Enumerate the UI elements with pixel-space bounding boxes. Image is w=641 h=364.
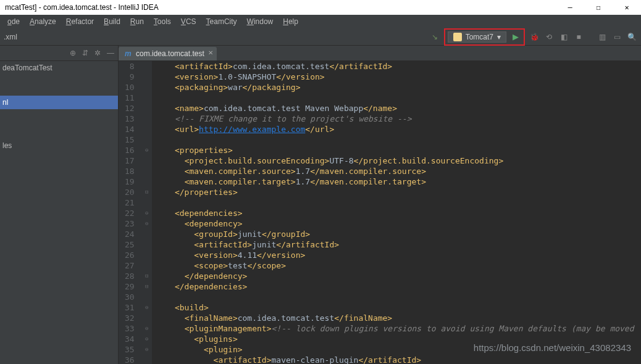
hide-icon[interactable]: —: [107, 49, 114, 57]
maven-file-icon: m: [125, 49, 132, 58]
window-title: mcatTest] - com.idea.tomcat.test - Intel…: [5, 3, 159, 12]
navbar: .xml ↘ Tomcat7 ▾ ▶ 🐞 ⟲ ◧ ■ ▥ ▭ 🔍: [0, 28, 641, 46]
code-body[interactable]: <artifactId>com.idea.tomcat.test</artifa…: [152, 61, 641, 364]
build-icon[interactable]: ↘: [429, 31, 440, 43]
run-config-label: Tomcat7: [466, 33, 493, 41]
tree-root[interactable]: deaTomcatTest: [0, 61, 118, 75]
maximize-button[interactable]: ☐: [589, 3, 608, 12]
expand-all-icon[interactable]: ⇵: [82, 49, 88, 57]
select-opened-file-icon[interactable]: ⊕: [70, 49, 76, 57]
run-config-selector[interactable]: Tomcat7 ▾: [448, 31, 506, 43]
menu-teamcity[interactable]: TeamCity: [203, 16, 241, 27]
run-config-highlight: Tomcat7 ▾ ▶: [444, 28, 525, 46]
chevron-down-icon: ▾: [497, 33, 501, 41]
project-tool-window: ⊕ ⇵ ✲ — deaTomcatTest nl les: [0, 46, 119, 364]
menu-analyze[interactable]: Analyze: [26, 16, 60, 27]
editor-tabs: m com.idea.tomcat.test ✕: [119, 46, 641, 61]
tab-label: com.idea.tomcat.test: [136, 49, 204, 58]
menubar: odeAnalyzeRefactorBuildRunToolsVCSTeamCi…: [0, 15, 641, 28]
gear-icon[interactable]: ✲: [94, 49, 101, 57]
tree-item-selected[interactable]: nl: [0, 96, 118, 109]
titlebar: mcatTest] - com.idea.tomcat.test - Intel…: [0, 0, 641, 15]
minimize-button[interactable]: —: [561, 3, 579, 12]
menu-ode[interactable]: ode: [4, 16, 23, 27]
breadcrumb[interactable]: .xml: [4, 33, 17, 41]
editor-tab[interactable]: m com.idea.tomcat.test ✕: [119, 47, 217, 60]
menu-window[interactable]: Window: [243, 16, 277, 27]
search-icon[interactable]: 🔍: [626, 31, 637, 43]
menu-run[interactable]: Run: [127, 16, 148, 27]
project-structure-icon[interactable]: ▥: [597, 31, 608, 43]
editor-area: m com.idea.tomcat.test ✕ 891011121314151…: [119, 46, 641, 364]
debug-button[interactable]: 🐞: [529, 31, 540, 43]
stop-button[interactable]: ■: [573, 31, 584, 43]
menu-help[interactable]: Help: [279, 16, 302, 27]
line-numbers: 8910111213141516171819202122232425262728…: [119, 61, 142, 364]
close-button[interactable]: ✕: [618, 3, 636, 12]
tomcat-icon: [453, 33, 462, 41]
fold-gutter[interactable]: ⊖⊟⊖⊖⊟⊟⊖⊖⊖⊖: [142, 61, 152, 364]
close-icon[interactable]: ✕: [208, 49, 213, 56]
profiler-button[interactable]: ◧: [558, 31, 569, 43]
tree-item[interactable]: les: [0, 139, 118, 152]
settings-icon[interactable]: ▭: [611, 31, 622, 43]
menu-vcs[interactable]: VCS: [177, 16, 200, 27]
run-button[interactable]: ▶: [510, 31, 521, 43]
menu-tools[interactable]: Tools: [150, 16, 175, 27]
code-editor[interactable]: 8910111213141516171819202122232425262728…: [119, 61, 641, 364]
run-with-coverage-button[interactable]: ⟲: [543, 31, 555, 43]
menu-refactor[interactable]: Refactor: [62, 16, 98, 27]
menu-build[interactable]: Build: [100, 16, 124, 27]
